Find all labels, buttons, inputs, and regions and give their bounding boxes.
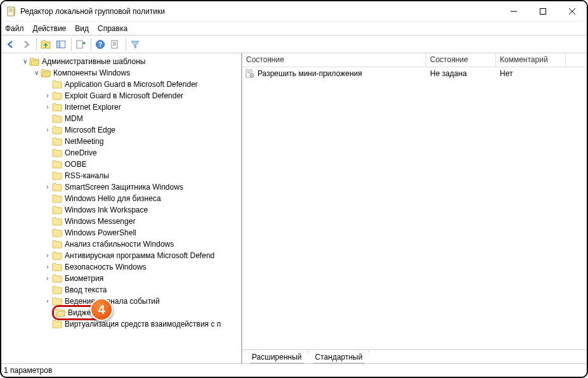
tree-label: Windows PowerShell xyxy=(65,227,136,238)
tree-node[interactable]: Windows Messenger xyxy=(1,216,241,227)
maximize-button[interactable] xyxy=(528,1,558,22)
list-header: Состояние Состояние Комментарий xyxy=(242,53,587,67)
tree-label: SmartScreen Защитника Windows xyxy=(65,181,183,193)
folder-icon xyxy=(52,251,62,260)
folder-icon xyxy=(52,183,62,192)
tree-label: Виртуализация средств взаимодействия с п xyxy=(65,318,221,330)
svg-text:?: ? xyxy=(98,41,102,48)
toolbar: ? xyxy=(1,36,587,53)
window-title: Редактор локальной групповой политики xyxy=(20,7,165,16)
app-icon xyxy=(6,6,16,16)
svg-rect-15 xyxy=(112,41,117,48)
menu-action[interactable]: Действие xyxy=(33,24,67,33)
folder-icon xyxy=(52,194,62,203)
filter-button[interactable] xyxy=(128,37,142,51)
tree-label: Exploit Guard в Microsoft Defender xyxy=(65,90,183,101)
annotation-badge-4: 4 xyxy=(90,298,113,321)
setting-icon xyxy=(245,68,255,79)
tree-label: Административные шаблоны xyxy=(42,56,145,67)
pane-tabs: Расширенный Стандартный xyxy=(242,349,587,363)
tree-node[interactable]: Application Guard в Microsoft Defender xyxy=(1,79,241,90)
back-button[interactable] xyxy=(4,37,18,51)
up-button[interactable] xyxy=(39,37,53,51)
minimize-button[interactable] xyxy=(499,1,528,22)
tree-node-admin-templates[interactable]: ∨ Административные шаблоны xyxy=(1,56,241,67)
tree-node[interactable]: › SmartScreen Защитника Windows xyxy=(1,181,241,193)
folder-icon xyxy=(52,217,62,226)
tree-node[interactable]: Windows Hello для бизнеса xyxy=(1,193,241,204)
tree-node[interactable]: › Ведение журнала событий xyxy=(1,296,241,307)
tree-node[interactable]: › Биометрия xyxy=(1,273,241,284)
tree-node[interactable]: MDM xyxy=(1,113,241,124)
menu-view[interactable]: Вид xyxy=(75,24,89,33)
folder-open-icon xyxy=(29,57,39,66)
tree-label: Internet Explorer xyxy=(65,101,121,113)
folder-icon xyxy=(52,228,62,237)
column-header-state[interactable]: Состояние xyxy=(426,53,496,67)
tree-node[interactable]: Windows PowerShell xyxy=(1,227,241,238)
close-button[interactable] xyxy=(558,1,587,22)
menu-help[interactable]: Справка xyxy=(98,24,127,33)
tree-node[interactable]: Windows Ink Workspace xyxy=(1,204,241,216)
folder-icon xyxy=(52,114,62,123)
export-button[interactable] xyxy=(74,37,88,51)
tree-label: RSS-каналы xyxy=(65,170,109,181)
tree-node[interactable]: OneDrive xyxy=(1,147,241,159)
tree-node-windows-components[interactable]: ∨ Компоненты Windows xyxy=(1,67,241,79)
tree-label: OOBE xyxy=(65,159,87,170)
tree-label: OneDrive xyxy=(65,147,97,159)
forward-button[interactable] xyxy=(19,37,33,51)
title-bar: Редактор локальной групповой политики xyxy=(1,1,587,22)
setting-comment: Нет xyxy=(496,69,566,78)
svg-rect-11 xyxy=(57,41,60,48)
status-text: 1 параметров xyxy=(4,366,52,375)
tree-node[interactable]: Виджеты xyxy=(1,307,241,318)
tree-horizontal-scrollbar[interactable] xyxy=(1,351,236,362)
folder-icon xyxy=(52,126,62,134)
tree-node[interactable]: › Exploit Guard в Microsoft Defender xyxy=(1,90,241,101)
tree-label: Компоненты Windows xyxy=(53,67,130,79)
folder-icon xyxy=(52,320,62,329)
properties-button[interactable] xyxy=(108,37,122,51)
svg-point-23 xyxy=(251,75,252,76)
help-button[interactable]: ? xyxy=(93,37,107,51)
tree-label: Ввод текста xyxy=(65,284,107,296)
tree-node[interactable]: OOBE xyxy=(1,159,241,170)
tree-node[interactable]: Анализ стабильности Windows xyxy=(1,238,241,250)
folder-icon xyxy=(52,148,62,157)
show-hide-tree-button[interactable] xyxy=(54,37,68,51)
tree-label: Microsoft Edge xyxy=(65,124,115,136)
tab-standard[interactable]: Стандартный xyxy=(308,351,370,363)
tree-node[interactable]: › Microsoft Edge xyxy=(1,124,241,136)
tab-extended[interactable]: Расширенный xyxy=(245,351,309,363)
column-header-comment[interactable]: Комментарий xyxy=(496,53,566,67)
tree-label: Windows Messenger xyxy=(65,216,135,227)
tree-node[interactable]: Ввод текста xyxy=(1,284,241,296)
folder-icon xyxy=(52,285,62,294)
tree-pane: ∨ Административные шаблоны∨ Компоненты W… xyxy=(1,53,242,363)
tree-label: NetMeeting xyxy=(65,136,103,147)
tree-label: Безопасность Windows xyxy=(65,261,147,273)
folder-icon xyxy=(52,91,62,100)
menu-bar: Файл Действие Вид Справка xyxy=(1,22,587,36)
svg-rect-6 xyxy=(540,8,546,14)
svg-rect-12 xyxy=(77,41,82,48)
tree-node[interactable]: › Internet Explorer xyxy=(1,101,241,113)
setting-name: Разрешить мини-приложения xyxy=(258,69,362,78)
list-pane: Состояние Состояние Комментарий Разрешит… xyxy=(242,53,587,363)
tree-node[interactable]: RSS-каналы xyxy=(1,170,241,181)
folder-icon xyxy=(52,137,62,146)
tree-node[interactable]: › Антивирусная программа Microsoft Defen… xyxy=(1,250,241,261)
list-row[interactable]: Разрешить мини-приложения Не задана Нет xyxy=(242,67,587,80)
tree-node[interactable]: › Безопасность Windows xyxy=(1,261,241,273)
status-bar: 1 параметров xyxy=(1,364,587,377)
svg-rect-1 xyxy=(14,7,15,16)
column-header-name[interactable]: Состояние xyxy=(242,53,426,67)
tree-node[interactable]: Виртуализация средств взаимодействия с п xyxy=(1,318,241,330)
tree-label: Application Guard в Microsoft Defender xyxy=(65,79,198,90)
tree-label: MDM xyxy=(65,113,83,124)
folder-icon xyxy=(55,308,65,317)
tree-node[interactable]: NetMeeting xyxy=(1,136,241,147)
menu-file[interactable]: Файл xyxy=(5,24,24,33)
tree-label: Анализ стабильности Windows xyxy=(65,238,174,250)
